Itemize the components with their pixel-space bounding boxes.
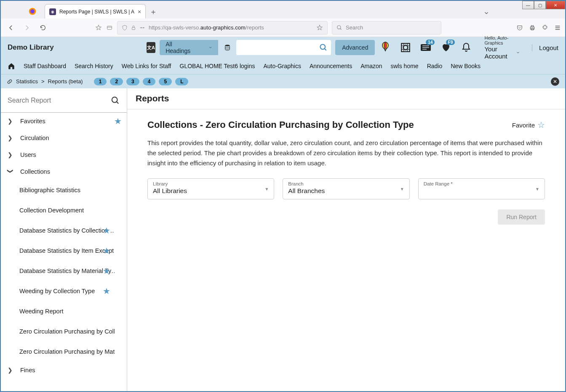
- language-icon[interactable]: 文A: [147, 42, 155, 53]
- sidebar-sub-weeding-collection[interactable]: Weeding by Collection Type★: [1, 281, 115, 301]
- extensions-icon[interactable]: [542, 24, 548, 31]
- account-dropdown[interactable]: Your Account: [484, 45, 520, 60]
- sidebar-item-fines[interactable]: ❯Fines: [1, 362, 127, 379]
- star-icon[interactable]: ★: [103, 246, 110, 256]
- notifications-bell-icon[interactable]: [460, 41, 473, 54]
- headings-dropdown[interactable]: All Headings: [160, 40, 218, 55]
- svg-rect-2: [107, 26, 112, 29]
- messages-icon[interactable]: 14: [419, 41, 432, 54]
- svg-point-10: [225, 45, 230, 46]
- breadcrumb-root[interactable]: Statistics: [16, 78, 38, 85]
- crumb-pill-3[interactable]: 3: [126, 78, 139, 85]
- nav-global-home[interactable]: GLOBAL HOME Test6 logins: [180, 63, 255, 69]
- back-button[interactable]: [5, 22, 17, 34]
- maximize-button[interactable]: ▢: [534, 1, 546, 9]
- sidebar-favorites-star-icon[interactable]: ★: [114, 116, 122, 126]
- nav-swls-home[interactable]: swls home: [391, 63, 419, 69]
- catalog-search-field[interactable]: [236, 40, 316, 55]
- nav-staff-dashboard[interactable]: Staff Dashboard: [24, 63, 66, 69]
- sidebar-search-input[interactable]: [8, 97, 111, 104]
- database-icon[interactable]: [222, 40, 232, 55]
- menu-icon[interactable]: [554, 24, 561, 31]
- sidebar-item-circulation[interactable]: ❯Circulation: [1, 130, 127, 146]
- home-icon[interactable]: [8, 62, 15, 70]
- reload-button[interactable]: [37, 22, 49, 34]
- balloon-icon[interactable]: [379, 41, 392, 54]
- tab-close-icon[interactable]: ×: [138, 8, 141, 15]
- bookmark-star-icon[interactable]: [95, 24, 102, 31]
- new-tab-button[interactable]: ＋: [147, 6, 159, 18]
- sidebar-sub-zero-circ-collect[interactable]: Zero Circulation Purchasing by Collect…: [1, 321, 115, 342]
- sidebar-sub-zero-circ-material[interactable]: Zero Circulation Purchasing by Materi…: [1, 342, 115, 362]
- report-title: Collections - Zero Circulation Purchasin…: [147, 119, 414, 130]
- scan-icon[interactable]: [399, 41, 412, 54]
- filter-daterange[interactable]: Date Range ▼: [418, 178, 545, 199]
- nav-radio[interactable]: Radio: [427, 63, 443, 69]
- star-outline-icon: ☆: [537, 120, 545, 130]
- browser-tab-strip: ◉ Reports Page | SWLS | SWLS | A × ＋: [1, 1, 565, 19]
- filter-branch[interactable]: Branch All Branches ▼: [283, 178, 409, 199]
- logout-link[interactable]: Logout: [532, 44, 558, 51]
- minimize-button[interactable]: ―: [522, 1, 534, 9]
- crumb-pill-2[interactable]: 2: [110, 78, 123, 85]
- catalog-search-input[interactable]: [236, 40, 331, 55]
- nav-auto-graphics[interactable]: Auto-Graphics: [263, 63, 301, 69]
- svg-point-11: [320, 45, 326, 50]
- breadcrumb-current[interactable]: Reports (beta): [48, 78, 83, 85]
- chevron-down-icon: [516, 50, 520, 55]
- browser-search-input[interactable]: Search: [332, 21, 441, 34]
- run-report-button[interactable]: Run Report: [498, 209, 545, 225]
- crumb-pill-5[interactable]: 5: [159, 78, 172, 85]
- tabs-overflow-icon[interactable]: [483, 10, 489, 16]
- sidebar-sub-weeding-report[interactable]: Weeding Report: [1, 301, 115, 321]
- link-icon: [7, 79, 13, 85]
- page-title: Reports: [127, 88, 565, 109]
- nav-web-links[interactable]: Web Links for Staff: [122, 63, 171, 69]
- svg-point-6: [337, 25, 341, 29]
- browser-tab[interactable]: ◉ Reports Page | SWLS | SWLS | A ×: [45, 4, 146, 19]
- crumb-pill-4[interactable]: 4: [143, 78, 156, 85]
- url-bookmark-icon[interactable]: [316, 24, 323, 31]
- favorites-heart-icon[interactable]: F9: [440, 41, 452, 54]
- forward-button[interactable]: [21, 22, 33, 34]
- crumb-pill-1[interactable]: 1: [94, 78, 107, 85]
- pocket-icon[interactable]: [516, 24, 523, 31]
- favorites-badge: F9: [446, 40, 455, 45]
- nav-links: Staff Dashboard Search History Web Links…: [1, 58, 565, 74]
- sidebar-sub-collection-dev[interactable]: Collection Development: [1, 200, 115, 220]
- close-window-button[interactable]: ✕: [546, 1, 565, 9]
- nav-new-books[interactable]: New Books: [451, 63, 481, 69]
- svg-point-13: [384, 42, 387, 49]
- crumb-pill-l[interactable]: L: [175, 78, 188, 85]
- star-icon[interactable]: ★: [103, 266, 110, 276]
- star-icon[interactable]: ★: [103, 286, 110, 296]
- permissions-icon: [139, 25, 145, 31]
- container-icon[interactable]: [106, 24, 113, 31]
- print-icon[interactable]: [529, 24, 536, 31]
- sidebar-sub-db-material[interactable]: Database Statistics by Material Ty…★: [1, 261, 115, 281]
- breadcrumb-close-icon[interactable]: ✕: [551, 77, 559, 86]
- nav-amazon[interactable]: Amazon: [360, 63, 382, 69]
- library-name: Demo Library: [8, 43, 142, 52]
- breadcrumb: Statistics > Reports (beta) 1 2 3 4 5 L …: [1, 74, 565, 88]
- advanced-search-button[interactable]: Advanced: [335, 40, 375, 55]
- svg-rect-8: [531, 25, 533, 26]
- sidebar-sub-db-collection[interactable]: Database Statistics by Collection …★: [1, 220, 115, 241]
- favorite-label: Favorite: [512, 122, 535, 129]
- sidebar-item-collections[interactable]: ❯Collections: [1, 163, 127, 180]
- sidebar-item-users[interactable]: ❯Users: [1, 146, 127, 163]
- search-submit-icon[interactable]: [316, 40, 331, 55]
- shield-icon: [122, 25, 128, 31]
- sidebar-item-favorites[interactable]: ❯Favorites: [1, 113, 127, 130]
- star-icon[interactable]: ★: [103, 225, 110, 236]
- nav-announcements[interactable]: Announcements: [310, 63, 352, 69]
- filter-library[interactable]: Library All Libraries ▼: [147, 178, 274, 199]
- tab-title: Reports Page | SWLS | SWLS | A: [59, 9, 134, 15]
- sidebar-sub-db-item-except[interactable]: Database Statistics by Item Except…★: [1, 241, 115, 261]
- svg-rect-3: [132, 27, 135, 29]
- url-input[interactable]: https://qa-swls-verso.auto-graphics.com/…: [117, 21, 328, 34]
- sidebar-search-icon[interactable]: [111, 96, 120, 105]
- sidebar-sub-biblio-stats[interactable]: Bibliographic Statistics: [1, 180, 115, 200]
- nav-search-history[interactable]: Search History: [75, 63, 113, 69]
- favorite-toggle[interactable]: Favorite ☆: [512, 120, 545, 130]
